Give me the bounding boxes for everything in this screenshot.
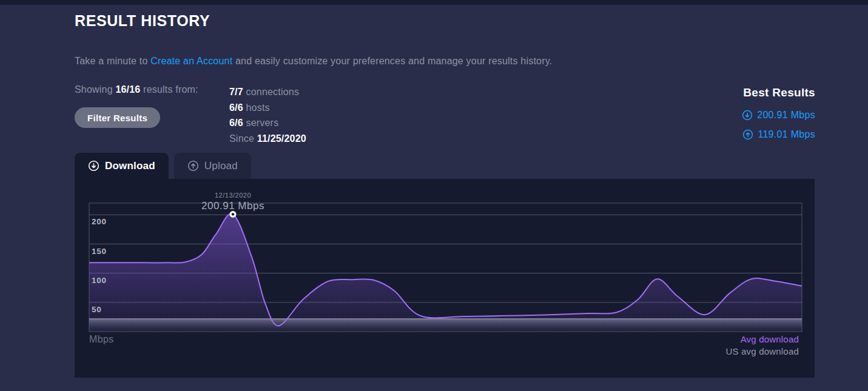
stat-label: connections [243, 87, 299, 97]
tab-upload[interactable]: Upload [174, 153, 251, 179]
svg-text:100: 100 [92, 276, 107, 285]
circle-arrow-up-icon [187, 160, 199, 172]
page-title: RESULT HISTORY [75, 12, 210, 30]
since-date: 11/25/2020 [257, 133, 306, 144]
intro-after: and easily customize your preferences an… [232, 56, 552, 66]
history-chart-panel: 5010015020012/13/2020200.91 Mbps Mbps Av… [75, 179, 815, 378]
svg-text:200.91 Mbps: 200.91 Mbps [201, 200, 264, 212]
stat-row: 7/7 connections [229, 84, 306, 100]
chart-tabs: Download Upload [75, 153, 251, 179]
result-history-page: RESULT HISTORY Take a minute to Create a… [0, 0, 868, 391]
filter-results-button[interactable]: Filter Results [75, 107, 160, 128]
best-download-value: 200.91 Mbps [757, 110, 815, 121]
svg-text:12/13/2020: 12/13/2020 [215, 192, 251, 199]
intro-before: Take a minute to [75, 56, 150, 66]
intro-text: Take a minute to Create an Account and e… [75, 56, 552, 67]
legend-us-avg-download: US avg download [725, 346, 799, 358]
best-upload-value: 119.01 Mbps [758, 129, 815, 140]
since-row: Since 11/25/2020 [229, 131, 306, 147]
stat-value: 6/6 [229, 118, 243, 128]
legend-avg-download: Avg download [725, 333, 799, 346]
stat-row: 6/6 servers [229, 115, 306, 131]
svg-text:150: 150 [92, 247, 107, 256]
best-results-block: Best Results 200.91 Mbps 119.01 Mbps [742, 86, 815, 149]
since-label: Since [229, 133, 257, 144]
showing-label: Showing [75, 84, 115, 95]
top-divider [0, 0, 868, 5]
best-download-row: 200.91 Mbps [742, 110, 815, 121]
stat-label: servers [243, 118, 279, 128]
best-upload-row: 119.01 Mbps [742, 129, 815, 140]
tab-upload-label: Upload [204, 160, 238, 172]
tab-download-label: Download [105, 160, 155, 172]
stat-value: 6/6 [229, 102, 243, 113]
circle-arrow-down-icon [88, 160, 99, 172]
y-axis-unit-label: Mbps [89, 334, 114, 345]
svg-text:50: 50 [92, 305, 102, 314]
best-results-title: Best Results [742, 86, 815, 99]
download-history-chart[interactable]: 5010015020012/13/2020200.91 Mbps [75, 179, 815, 378]
stat-row: 6/6 hosts [229, 100, 306, 116]
circle-arrow-up-icon [742, 129, 753, 140]
tab-download[interactable]: Download [75, 153, 169, 179]
results-stats-column: 7/7 connections 6/6 hosts 6/6 servers Si… [229, 84, 306, 146]
showing-suffix: results from: [140, 84, 198, 95]
circle-arrow-down-icon [742, 110, 753, 121]
stat-label: hosts [243, 102, 270, 113]
stat-value: 7/7 [229, 87, 243, 97]
svg-text:200: 200 [92, 217, 107, 226]
chart-legend: Avg download US avg download [725, 333, 799, 357]
showing-results-summary: Showing 16/16 results from: [75, 84, 198, 95]
showing-count: 16/16 [115, 84, 140, 95]
create-account-link[interactable]: Create an Account [150, 56, 232, 66]
